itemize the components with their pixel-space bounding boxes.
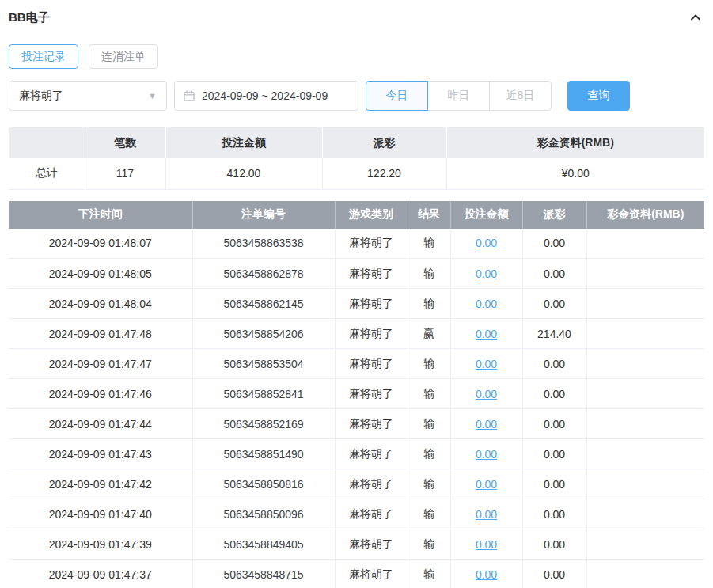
quick-last8days-button[interactable]: 近8日 [489, 81, 552, 111]
quick-range-group: 今日 昨日 近8日 [366, 81, 552, 111]
payout-cell: 214.40 [522, 319, 586, 349]
result-cell: 输 [408, 349, 450, 379]
order-id-cell: 5063458850096 [192, 499, 335, 529]
payout-cell: 0.00 [522, 529, 586, 560]
search-button[interactable]: 查询 [567, 81, 630, 111]
payout-cell: 0.00 [522, 289, 586, 319]
summary-header-payout: 派彩 [322, 127, 446, 158]
result-cell: 输 [408, 560, 450, 588]
calendar-icon [183, 89, 195, 102]
table-row: 2024-09-09 01:47:475063458853504麻将胡了输0.0… [9, 349, 704, 379]
game-type-cell: 麻将胡了 [335, 560, 408, 588]
bet-amount-cell: 0.00 [450, 259, 522, 289]
order-id-cell: 5063458852169 [192, 409, 335, 439]
payout-cell: 0.00 [522, 229, 586, 259]
table-row: 2024-09-09 01:47:445063458852169麻将胡了输0.0… [9, 409, 704, 439]
bonus-cell [586, 409, 704, 439]
bet-amount-link[interactable]: 0.00 [476, 358, 497, 370]
bet-time-cell: 2024-09-09 01:47:40 [9, 499, 192, 529]
summary-total-count: 117 [85, 158, 165, 189]
payout-cell: 0.00 [522, 349, 586, 379]
order-id-cell: 5063458849405 [192, 529, 335, 560]
game-type-select[interactable]: 麻将胡了 ▼ [9, 81, 167, 111]
order-id-cell: 5063458851490 [192, 439, 335, 469]
bet-time-cell: 2024-09-09 01:47:48 [9, 319, 192, 349]
order-id-cell: 5063458862878 [192, 259, 335, 289]
records-header-row: 下注时间 注单编号 游戏类别 结果 投注金额 派彩 彩金资料(RMB) [9, 201, 704, 229]
game-type-cell: 麻将胡了 [335, 379, 408, 409]
bet-time-cell: 2024-09-09 01:47:43 [9, 439, 192, 469]
bet-amount-cell: 0.00 [450, 560, 522, 588]
date-range-value: 2024-09-09 ~ 2024-09-09 [202, 89, 328, 102]
game-type-cell: 麻将胡了 [335, 409, 408, 439]
bet-time-cell: 2024-09-09 01:47:39 [9, 529, 192, 560]
bet-amount-link[interactable]: 0.00 [476, 388, 497, 400]
bet-amount-link[interactable]: 0.00 [476, 538, 497, 551]
bet-amount-link[interactable]: 0.00 [476, 448, 497, 461]
bet-amount-link[interactable]: 0.00 [476, 298, 497, 310]
bet-amount-link[interactable]: 0.00 [476, 478, 497, 491]
date-range-input[interactable]: 2024-09-09 ~ 2024-09-09 [174, 81, 358, 111]
order-id-cell: 5063458863538 [192, 229, 335, 259]
bet-time-cell: 2024-09-09 01:48:04 [9, 289, 192, 319]
bet-time-cell: 2024-09-09 01:48:05 [9, 259, 192, 289]
bonus-cell [586, 499, 704, 529]
quick-yesterday-button[interactable]: 昨日 [427, 81, 490, 111]
order-id-cell: 5063458852841 [192, 379, 335, 409]
result-cell: 输 [408, 229, 450, 259]
bet-amount-link[interactable]: 0.00 [476, 568, 497, 581]
game-type-cell: 麻将胡了 [335, 469, 408, 499]
bet-amount-cell: 0.00 [450, 319, 522, 349]
order-id-cell: 5063458853504 [192, 349, 335, 379]
bonus-cell [586, 259, 704, 289]
order-id-cell: 5063458854206 [192, 319, 335, 349]
bet-time-cell: 2024-09-09 01:47:37 [9, 560, 192, 588]
bonus-cell [586, 529, 704, 560]
table-row: 2024-09-09 01:47:425063458850816麻将胡了输0.0… [9, 469, 704, 499]
quick-today-button[interactable]: 今日 [366, 81, 428, 111]
bet-amount-link[interactable]: 0.00 [476, 237, 497, 249]
game-type-select-value: 麻将胡了 [19, 89, 63, 103]
payout-cell: 0.00 [522, 409, 586, 439]
tab-bet-records[interactable]: 投注记录 [9, 44, 78, 69]
bet-amount-cell: 0.00 [450, 409, 522, 439]
payout-cell: 0.00 [522, 499, 586, 529]
summary-header-blank [9, 127, 85, 158]
bet-time-cell: 2024-09-09 01:47:47 [9, 349, 192, 379]
column-header-result: 结果 [408, 201, 450, 229]
result-cell: 输 [408, 259, 450, 289]
table-row: 2024-09-09 01:47:465063458852841麻将胡了输0.0… [9, 379, 704, 409]
summary-header-bet-amount: 投注金额 [165, 127, 322, 158]
panel-header: BB电子 [9, 8, 704, 27]
chevron-down-icon: ▼ [148, 91, 157, 101]
bet-amount-link[interactable]: 0.00 [476, 418, 497, 431]
bet-amount-cell: 0.00 [450, 349, 522, 379]
bet-record-panel: BB电子 投注记录 连消注单 麻将胡了 ▼ 2024-09-09 ~ [0, 0, 713, 588]
bonus-cell [586, 379, 704, 409]
bet-amount-cell: 0.00 [450, 469, 522, 499]
result-cell: 输 [408, 379, 450, 409]
chevron-up-icon[interactable] [687, 9, 704, 26]
summary-total-label: 总计 [9, 158, 85, 189]
tab-chain-cancel-orders[interactable]: 连消注单 [89, 44, 158, 69]
game-type-cell: 麻将胡了 [335, 499, 408, 529]
game-type-cell: 麻将胡了 [335, 229, 408, 259]
records-table: 下注时间 注单编号 游戏类别 结果 投注金额 派彩 彩金资料(RMB) 2024… [9, 201, 704, 588]
order-id-cell: 5063458862145 [192, 289, 335, 319]
bet-amount-cell: 0.00 [450, 439, 522, 469]
page-title: BB电子 [9, 10, 50, 25]
column-header-bet-amount: 投注金额 [450, 201, 522, 229]
bet-time-cell: 2024-09-09 01:47:42 [9, 469, 192, 499]
summary-total-row: 总计 117 412.00 122.20 ¥0.00 [9, 158, 704, 189]
order-id-cell: 5063458850816 [192, 469, 335, 499]
payout-cell: 0.00 [522, 439, 586, 469]
bonus-cell [586, 319, 704, 349]
bet-amount-link[interactable]: 0.00 [476, 508, 497, 521]
bet-amount-link[interactable]: 0.00 [476, 328, 497, 340]
result-cell: 输 [408, 529, 450, 560]
column-header-bet-time: 下注时间 [9, 201, 192, 229]
table-row: 2024-09-09 01:47:485063458854206麻将胡了赢0.0… [9, 319, 704, 349]
game-type-cell: 麻将胡了 [335, 289, 408, 319]
bonus-cell [586, 229, 704, 259]
bet-amount-link[interactable]: 0.00 [476, 267, 497, 280]
